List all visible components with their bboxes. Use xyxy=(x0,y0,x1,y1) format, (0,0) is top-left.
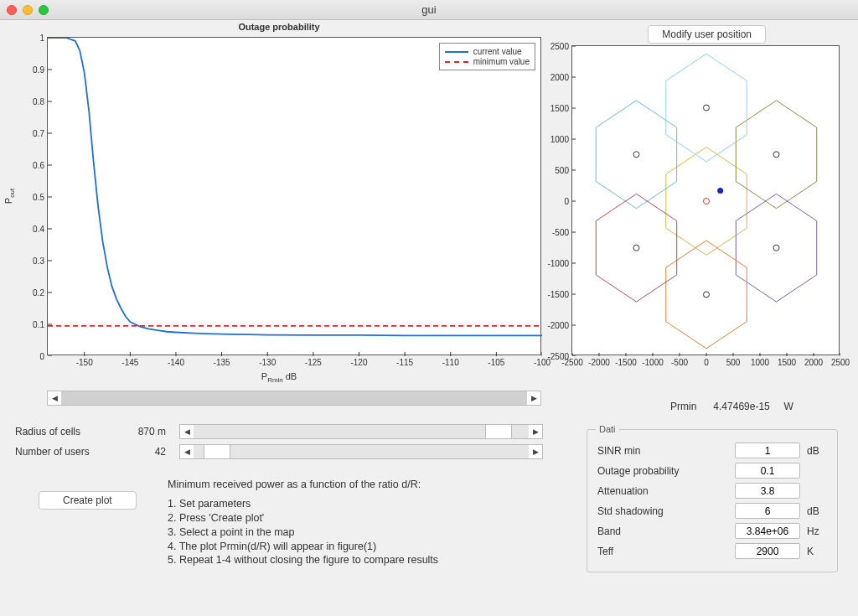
svg-point-46 xyxy=(773,245,779,251)
users-label: Number of users xyxy=(15,446,107,458)
dati-panel-title: Dati xyxy=(596,424,619,434)
x-range-scrollbar[interactable]: ◀ ▶ xyxy=(47,391,541,406)
svg-point-44 xyxy=(704,199,710,204)
dati-unit: dB xyxy=(807,445,827,457)
dati-row: Outage probability xyxy=(597,463,827,479)
svg-point-50 xyxy=(633,245,639,251)
prmin-readout: Prmin 4.47469e-15 W xyxy=(670,401,793,412)
outage-plot-title: Outage probability xyxy=(15,22,543,32)
scroll-right-icon[interactable]: ▶ xyxy=(529,445,542,458)
modify-user-position-button[interactable]: Modify user position xyxy=(648,25,766,44)
svg-point-47 xyxy=(704,105,710,111)
dati-row: TeffK xyxy=(597,543,827,559)
dati-row: Attenuation xyxy=(597,483,827,499)
outage-plot-ylabel: Pout xyxy=(3,189,16,204)
radius-slider[interactable]: ◀ ▶ xyxy=(179,424,543,439)
scroll-right-icon[interactable]: ▶ xyxy=(527,391,540,405)
instruction-step: 3. Select a point in the map xyxy=(168,525,528,540)
dati-row: BandHz xyxy=(597,523,827,539)
dati-panel: Dati SINR mindBOutage probabilityAttenua… xyxy=(587,429,838,572)
dati-label: SINR min xyxy=(597,445,728,457)
window-title: gui xyxy=(0,3,858,16)
instructions-title: Minimum received power as a function of … xyxy=(168,478,528,492)
scroll-left-icon[interactable]: ◀ xyxy=(180,425,194,438)
dati-input[interactable] xyxy=(735,443,800,458)
dati-unit: Hz xyxy=(807,525,827,537)
dati-label: Outage probability xyxy=(597,465,728,477)
scroll-left-icon[interactable]: ◀ xyxy=(48,391,61,405)
gui-window: gui Modify user position Outage probabil… xyxy=(0,0,858,616)
instruction-step: 5. Repeat 1-4 without closing the figure… xyxy=(168,553,528,567)
instructions: Minimum received power as a function of … xyxy=(168,478,528,567)
outage-plot-legend: current value minimum value xyxy=(439,43,535,70)
radius-label: Radius of cells xyxy=(15,426,107,437)
legend-current: current value xyxy=(473,47,522,56)
instruction-step: 4. The plot Prmin(d/R) will appear in fi… xyxy=(168,540,528,554)
cell-map-axes[interactable]: -2500-2000-1500-1000-5000500100015002000… xyxy=(571,45,840,355)
scroll-left-icon[interactable]: ◀ xyxy=(180,445,194,458)
instruction-step: 2. Press 'Create plot' xyxy=(168,511,528,525)
dati-row: SINR mindB xyxy=(597,443,827,458)
dati-input[interactable] xyxy=(735,503,800,519)
dati-input[interactable] xyxy=(735,483,800,499)
create-plot-button[interactable]: Create plot xyxy=(39,491,137,510)
dati-row: Std shadowingdB xyxy=(597,503,827,519)
dati-input[interactable] xyxy=(735,463,800,479)
dati-label: Band xyxy=(597,525,728,537)
dati-input[interactable] xyxy=(735,543,800,559)
svg-point-48 xyxy=(704,292,710,298)
outage-plot-axes[interactable]: 00.10.20.30.40.50.60.70.80.91 -150-145-1… xyxy=(47,37,541,355)
titlebar: gui xyxy=(0,0,858,20)
scroll-right-icon[interactable]: ▶ xyxy=(529,425,542,438)
legend-minimum: minimum value xyxy=(473,57,530,66)
dati-unit: dB xyxy=(807,505,827,517)
dati-label: Attenuation xyxy=(597,485,728,497)
svg-point-51 xyxy=(717,188,723,194)
outage-plot-xlabel: PRmin dB xyxy=(15,371,543,384)
dati-input[interactable] xyxy=(735,523,800,539)
radius-value: 870 m xyxy=(116,426,166,437)
users-slider[interactable]: ◀ ▶ xyxy=(179,444,543,459)
dati-label: Std shadowing xyxy=(597,505,728,517)
users-value: 42 xyxy=(116,446,166,458)
svg-point-45 xyxy=(773,152,779,158)
dati-label: Teff xyxy=(597,546,728,557)
dati-unit: K xyxy=(807,546,827,557)
instruction-step: 1. Set parameters xyxy=(168,497,528,511)
svg-point-49 xyxy=(633,152,639,158)
